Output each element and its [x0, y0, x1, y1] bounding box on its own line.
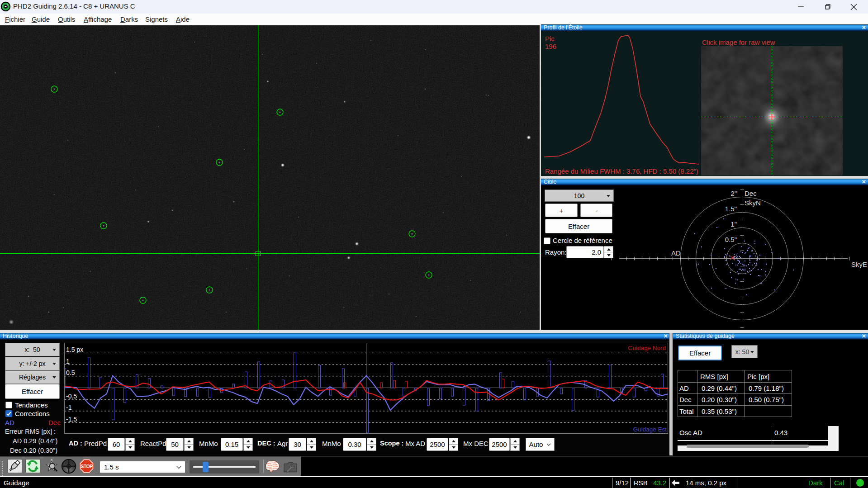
svg-text:1": 1" — [730, 220, 737, 228]
svg-text:2": 2" — [730, 190, 737, 197]
svg-text:STOP: STOP — [81, 464, 93, 469]
svg-text:0.35 (0.53"): 0.35 (0.53") — [702, 407, 737, 415]
svg-text:Pic [px]: Pic [px] — [747, 373, 769, 380]
svg-text:0.5: 0.5 — [66, 369, 75, 376]
svg-text:-1.5: -1.5 — [66, 416, 77, 423]
svg-text:196: 196 — [545, 43, 556, 50]
svg-text:SkyE: SkyE — [851, 261, 867, 268]
svg-text:SkyN: SkyN — [745, 199, 761, 207]
svg-text:Guidage Est: Guidage Est — [633, 426, 667, 433]
svg-text:AD: AD — [679, 384, 689, 392]
svg-text:AD: AD — [671, 249, 681, 257]
svg-text:0.20 (0.30"): 0.20 (0.30") — [702, 396, 737, 403]
svg-text:0.5": 0.5" — [725, 236, 737, 243]
svg-text:-0.5: -0.5 — [66, 393, 77, 400]
svg-text:Dec: Dec — [679, 396, 692, 403]
svg-text:Total: Total — [679, 407, 694, 415]
svg-text:Guidage Nord: Guidage Nord — [628, 345, 666, 351]
svg-text:Click image for raw view: Click image for raw view — [702, 38, 775, 46]
svg-text:0.50 (0.75"): 0.50 (0.75") — [749, 396, 784, 403]
svg-text:0.29 (0.44"): 0.29 (0.44") — [702, 384, 737, 392]
svg-text:1.5": 1.5" — [725, 205, 737, 213]
svg-text:-1: -1 — [66, 404, 72, 411]
svg-text:Rangée du Milieu FWHM : 3.76,: Rangée du Milieu FWHM : 3.76, HFD : 5.50… — [545, 167, 698, 175]
svg-text:RMS [px]: RMS [px] — [700, 373, 728, 380]
svg-text:1.5 px: 1.5 px — [66, 346, 83, 353]
svg-text:Dec: Dec — [745, 190, 757, 197]
svg-text:Pic: Pic — [545, 35, 555, 43]
svg-text:1: 1 — [66, 358, 70, 365]
svg-text:0.79 (1.18"): 0.79 (1.18") — [749, 384, 784, 392]
